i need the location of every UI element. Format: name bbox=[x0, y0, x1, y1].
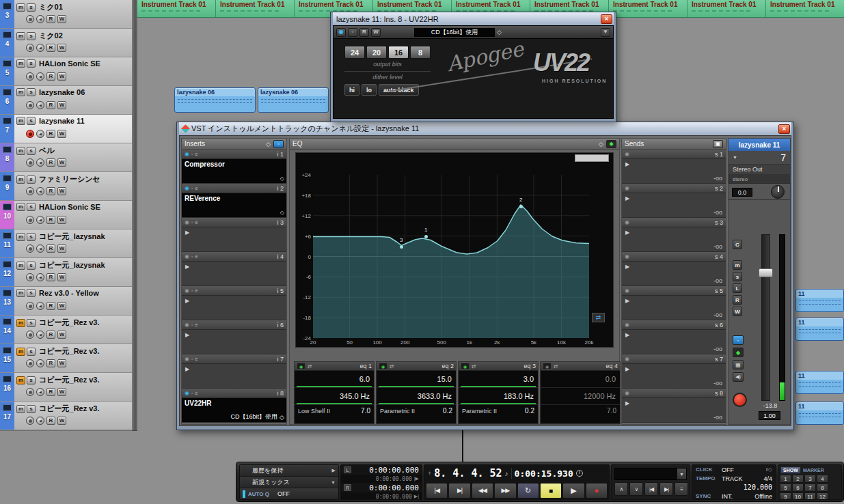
record-arm-button[interactable] bbox=[26, 44, 34, 52]
edit-channel-icon[interactable]: ▫ bbox=[733, 335, 744, 345]
mute-button[interactable]: m bbox=[16, 117, 25, 125]
plugin-write-button[interactable]: W bbox=[371, 28, 381, 37]
insert-bypass-icon[interactable]: ▫ bbox=[191, 186, 193, 191]
mute-button[interactable]: m bbox=[16, 405, 25, 413]
expand-arrow-icon[interactable]: ▶ bbox=[625, 400, 629, 406]
marker-10-button[interactable]: 10 bbox=[792, 492, 804, 500]
insert-slot[interactable]: ◉ ▫ e i 6 ▶ ◇ bbox=[182, 320, 286, 354]
preset-diamond-icon[interactable]: ◇ bbox=[280, 210, 284, 216]
insert-edit-icon[interactable]: e bbox=[195, 152, 198, 156]
eq-band-freq[interactable]: 12000 Hz bbox=[541, 388, 620, 405]
eq-band-gain[interactable]: 3.0 bbox=[459, 371, 538, 388]
eq-band-invert-icon[interactable]: ⇄ bbox=[554, 363, 558, 369]
preset-diamond-icon[interactable]: ◇ bbox=[280, 176, 284, 182]
mute-button[interactable]: m bbox=[16, 176, 25, 184]
insert-bypass-icon[interactable]: ▫ bbox=[191, 254, 193, 259]
monitor-icon[interactable]: ◀) bbox=[733, 372, 744, 382]
read-automation-button[interactable]: R bbox=[46, 388, 55, 396]
marker-1-button[interactable]: 1 bbox=[780, 475, 791, 483]
insert-slot[interactable]: ◉ ▫ e i 8 ▶ UV22HR ◇ CD【16bit】使用 ◇ bbox=[182, 389, 286, 423]
close-icon[interactable]: × bbox=[601, 14, 612, 24]
insert-bypass-icon[interactable]: ▫ bbox=[191, 288, 193, 293]
mute-button[interactable]: m bbox=[16, 262, 25, 270]
track-name[interactable]: コピー元_Rez v3. bbox=[39, 318, 100, 328]
insert-slot-body[interactable]: ▶ ◇ bbox=[182, 330, 286, 354]
eq-band-power-button[interactable]: ◉ bbox=[379, 363, 387, 369]
send-power-icon[interactable]: ◉ bbox=[625, 219, 629, 225]
channel-w-button[interactable]: W bbox=[733, 307, 742, 316]
expand-arrow-icon[interactable]: ▶ bbox=[625, 332, 629, 338]
goto-start-button[interactable]: |◀ bbox=[426, 483, 448, 499]
solo-button[interactable]: s bbox=[27, 233, 36, 241]
monitor-button[interactable]: ◀ bbox=[36, 273, 44, 281]
monitor-button[interactable]: ◀ bbox=[36, 158, 44, 167]
expand-arrow-icon[interactable]: ▶ bbox=[185, 332, 189, 338]
eq-band-q[interactable]: 0.2 bbox=[443, 407, 452, 415]
track-name[interactable]: ベル bbox=[39, 145, 55, 156]
read-automation-button[interactable]: R bbox=[46, 331, 55, 339]
plugin-read-button[interactable]: R bbox=[359, 28, 369, 37]
track-row[interactable]: 10 m s HALion Sonic SE ◀ R W bbox=[0, 201, 132, 229]
monitor-button[interactable]: ◀ bbox=[36, 331, 44, 339]
marker-11-button[interactable]: 11 bbox=[804, 492, 816, 500]
preset-diamond-icon[interactable]: ◇ bbox=[599, 141, 603, 148]
dither-lo-button[interactable]: lo bbox=[362, 84, 377, 96]
record-arm-button[interactable] bbox=[26, 158, 34, 167]
insert-slot-body[interactable]: ▶ ◇ bbox=[182, 296, 286, 320]
mute-button[interactable]: m bbox=[16, 233, 25, 241]
eq-band-q[interactable]: 0.2 bbox=[525, 407, 534, 415]
expand-arrow-icon[interactable]: ▶ bbox=[185, 366, 189, 372]
plugin-power-icon[interactable]: ◉ bbox=[336, 28, 346, 37]
track-row[interactable]: 16 m s コピー元_Rez v3. ◀ R W bbox=[0, 373, 132, 402]
insert-edit-icon[interactable]: e bbox=[195, 288, 198, 293]
track-name[interactable]: ミク01 bbox=[39, 2, 63, 12]
read-automation-button[interactable]: R bbox=[46, 72, 55, 81]
write-automation-button[interactable]: W bbox=[57, 158, 66, 167]
solo-button[interactable]: s bbox=[27, 3, 36, 12]
send-slot-body[interactable]: ▶ -oo bbox=[622, 330, 726, 354]
expand-arrow-icon[interactable]: ▶ bbox=[625, 298, 629, 304]
send-slot-body[interactable]: ▶ -oo bbox=[622, 364, 726, 388]
write-automation-button[interactable]: W bbox=[57, 216, 66, 224]
playhead-cursor[interactable] bbox=[462, 430, 463, 462]
insert-power-icon[interactable]: ◉ bbox=[185, 356, 189, 362]
audio-clip[interactable]: 11 bbox=[795, 402, 844, 425]
solo-button[interactable]: s bbox=[27, 147, 36, 155]
mix-row[interactable]: 新規ミックス ▼ bbox=[240, 477, 338, 488]
audio-clip[interactable]: lazysnake 06 bbox=[258, 87, 329, 113]
record-arm-button[interactable] bbox=[26, 331, 34, 339]
eq-band-gain[interactable]: 0.0 bbox=[541, 371, 620, 388]
expand-arrow-icon[interactable]: ▶ bbox=[625, 229, 629, 236]
punch-in-icon[interactable]: |▶ bbox=[414, 476, 419, 481]
preset-diamond-icon[interactable]: ◇ bbox=[497, 29, 502, 36]
solo-button[interactable]: s bbox=[27, 376, 36, 384]
expand-arrow-icon[interactable]: ▶ bbox=[185, 298, 189, 304]
write-automation-button[interactable]: W bbox=[57, 130, 66, 138]
expand-arrow-icon[interactable]: ▶ bbox=[185, 229, 189, 236]
send-slot[interactable]: ◉ s 7 ▶ -oo bbox=[622, 354, 726, 389]
mute-button[interactable]: m bbox=[16, 32, 25, 40]
record-arm-button[interactable] bbox=[26, 273, 34, 281]
fader-value[interactable]: 1.00 bbox=[759, 411, 780, 420]
goto-end-button[interactable]: ▶| bbox=[448, 483, 470, 499]
solo-button[interactable]: s bbox=[27, 32, 36, 40]
eq-band-gain[interactable]: 6.0 bbox=[295, 371, 374, 388]
monitor-button[interactable]: ◀ bbox=[36, 388, 44, 396]
send-power-icon[interactable]: ◉ bbox=[625, 288, 629, 294]
expand-arrow-icon[interactable]: ▶ bbox=[185, 264, 189, 270]
monitor-button[interactable]: ◀ bbox=[36, 101, 44, 109]
track-row[interactable]: 13 m s Rez v3.0 - Yellow ◀ R W bbox=[0, 287, 132, 316]
record-arm-button[interactable] bbox=[26, 244, 34, 253]
eq-band-freq[interactable]: 183.0 Hz bbox=[459, 388, 538, 405]
click-row[interactable]: CLICK OFF ‖◇ bbox=[692, 465, 776, 474]
track-row[interactable]: 17 m s コピー元_Rez v3. ◀ R W bbox=[0, 402, 132, 430]
channel-s-button[interactable]: s bbox=[733, 272, 742, 281]
write-automation-button[interactable]: W bbox=[57, 244, 66, 253]
monitor-button[interactable]: ◀ bbox=[36, 216, 44, 224]
write-automation-button[interactable]: W bbox=[57, 15, 66, 23]
channel-m-button[interactable]: m bbox=[733, 260, 742, 270]
monitor-button[interactable]: ◀ bbox=[36, 130, 44, 138]
send-slot[interactable]: ◉ s 1 ▶ -oo bbox=[622, 150, 726, 184]
record-arm-button[interactable] bbox=[26, 15, 34, 23]
track-row[interactable]: 3 m s ミク01 ◀ R W bbox=[0, 0, 132, 29]
